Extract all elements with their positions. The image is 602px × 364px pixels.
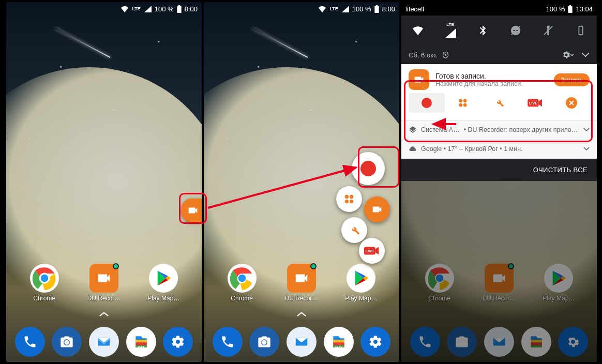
inbox-app[interactable] [89,327,119,357]
app-play-store[interactable]: Play Мар… [139,264,188,302]
svg-point-15 [262,340,267,345]
notification-dot [310,263,317,269]
chevron-up-icon[interactable] [98,311,110,317]
action-record[interactable] [409,93,445,113]
system-notification[interactable]: Система А… • DU Recorder: поверх других … [401,120,597,140]
chrome-icon [30,264,59,293]
battery-percent: 100 % [546,5,565,13]
svg-point-24 [463,99,467,103]
battery-percent: 100 % [155,5,174,13]
fan-live-button[interactable]: LIVE [359,238,385,264]
lte-label: LTE [329,6,338,11]
flashlight-toggle[interactable] [543,25,554,36]
notification-subtitle: Нажмите для начала записи. [435,80,548,87]
play-store-icon [149,264,178,293]
mobile-data-toggle[interactable]: LTE [445,22,456,39]
live-icon: LIVE [364,246,380,256]
camera-icon [187,205,199,216]
sys-notif-left: Система А… [421,126,460,133]
du-recorder-icon [409,69,429,90]
action-close[interactable] [553,93,590,113]
svg-point-25 [459,103,463,107]
app-row: Chrome DU Recor… Play Мар… [6,264,202,302]
wifi-toggle[interactable] [412,25,424,36]
phone-panel-2: LTE 100 % 8:00 LIVE Chrome DU Recor… Pla… [204,2,399,362]
alarm-icon [442,51,449,59]
fan-grid-button[interactable] [336,186,362,212]
app-row: Chrome DU Recor… Play Мар… [204,264,399,302]
du-recorder-icon [89,264,118,293]
du-action-row: LIVE [409,90,590,115]
app-play-store[interactable]: Play Мар… [336,264,386,302]
qs-date-row: Сб, 6 окт. [401,46,597,64]
inbox-app[interactable] [287,327,317,357]
battery-icon [177,5,182,13]
fan-record-button[interactable] [352,152,385,185]
app-du-recorder[interactable]: DU Recor… [79,264,129,302]
camera-app-icon [59,335,74,349]
app-du-recorder[interactable]: DU Recor… [277,264,326,302]
app-label: DU Recor… [87,295,121,302]
phone-app[interactable] [213,327,243,357]
action-grid[interactable] [445,93,481,113]
du-recorder-icon [287,264,316,293]
clock: 8:00 [185,5,198,13]
svg-text:GO: GO [335,345,341,350]
camera-app[interactable] [52,327,82,357]
action-tools[interactable] [481,93,517,113]
clear-all-button[interactable]: ОЧИСТИТЬ ВСЕ [401,159,597,181]
app-label: Chrome [33,295,55,302]
svg-text:LIVE: LIVE [366,249,374,253]
battery-percent: 100 % [352,5,371,13]
expand-shade[interactable] [581,52,590,57]
camera-app[interactable] [249,327,279,357]
settings-app[interactable] [163,327,193,357]
svg-point-4 [65,340,69,345]
files-app[interactable]: GO [126,327,156,357]
svg-point-2 [40,275,48,282]
record-button[interactable]: Запись [554,73,590,86]
record-icon [360,161,376,176]
weather-notification[interactable]: Google • 17° – Кривой Рог • 1 мин. [401,140,597,159]
battery-icon [568,5,573,13]
grid-icon [343,193,355,205]
svg-point-23 [459,99,463,103]
app-chrome[interactable]: Chrome [20,264,69,302]
files-icon: GO [133,333,149,350]
svg-point-26 [463,103,467,107]
settings-shortcut[interactable] [562,50,574,59]
dock: GO [204,327,399,357]
settings-app[interactable] [360,327,390,357]
camera-icon [371,204,383,215]
rotation-toggle[interactable] [575,25,586,36]
fan-camera-button[interactable] [364,196,390,222]
phone-app[interactable] [15,327,45,357]
bluetooth-toggle[interactable] [477,25,489,36]
svg-point-14 [238,275,246,282]
settings-icon [171,335,185,349]
signal-icon [341,6,349,12]
svg-point-7 [350,195,353,199]
chevron-up-icon[interactable] [296,311,307,317]
battery-icon [374,5,379,13]
phone-panel-1: LTE 100 % 8:00 Chrome DU Recor… Play Мар… [6,2,202,362]
files-app[interactable]: GO [324,327,354,357]
date-label: Сб, 6 окт. [409,51,438,59]
fan-tools-button[interactable] [341,217,367,243]
svg-point-8 [345,200,349,203]
phone-icon [23,335,37,349]
app-chrome[interactable]: Chrome [217,264,267,302]
action-live[interactable]: LIVE [517,93,553,113]
svg-point-9 [350,200,353,203]
chevron-down-icon [583,128,590,132]
play-store-icon [347,264,375,293]
svg-text:GO: GO [138,345,144,350]
inbox-icon [96,334,112,350]
du-recorder-notification[interactable]: Готов к записи. Нажмите для начала запис… [401,64,597,120]
weather-text: Google • 17° – Кривой Рог • 1 мин. [421,145,579,153]
dock: GO [6,327,202,357]
lte-label: LTE [132,6,140,11]
dnd-toggle[interactable] [510,25,521,36]
du-floating-bubble[interactable] [181,199,202,222]
chrome-icon [228,264,257,293]
